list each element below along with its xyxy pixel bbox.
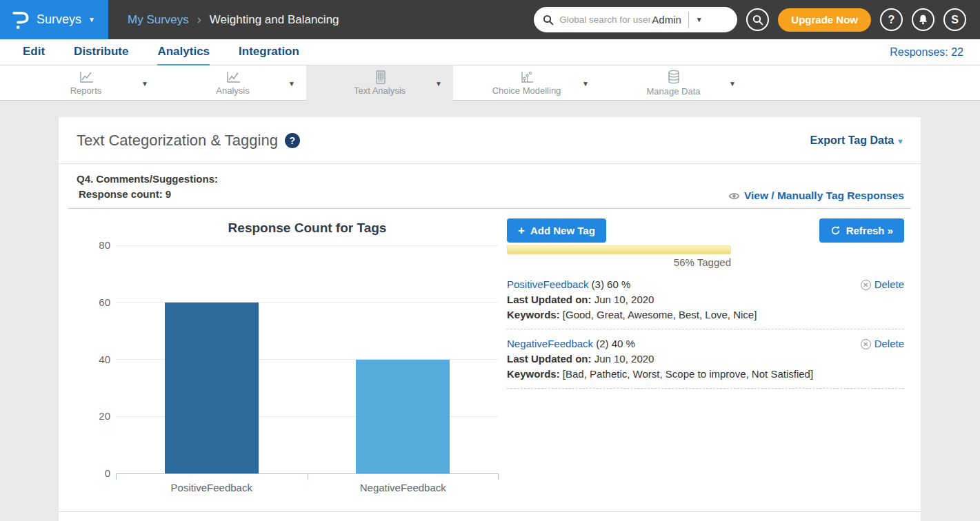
toolbar-item-analysis[interactable]: Analysis ▼ xyxy=(159,65,306,101)
upgrade-now-button[interactable]: Upgrade Now xyxy=(778,8,871,32)
trend-chart-icon xyxy=(225,71,241,84)
question-mark-icon: ? xyxy=(888,14,895,26)
view-manually-tag-link[interactable]: View / Manually Tag Responses xyxy=(728,190,904,202)
chevron-down-icon: ▼ xyxy=(897,137,904,145)
section-divider xyxy=(59,511,921,512)
breadcrumb-my-surveys[interactable]: My Surveys xyxy=(128,13,189,27)
updated-value: Jun 10, 2020 xyxy=(592,353,654,365)
toolbar-item-label: Manage Data xyxy=(646,86,700,96)
tag-updated-row: Last Updated on: Jun 10, 2020 xyxy=(507,351,904,367)
line-chart-icon xyxy=(78,71,94,84)
chart-bar-PositiveFeedback[interactable] xyxy=(165,303,259,473)
toolbar-item-text-analysis[interactable]: Text Analysis ▼ xyxy=(306,65,453,101)
y-tick-label: 20 xyxy=(99,410,110,422)
eye-icon xyxy=(728,192,740,201)
chart-title: Response Count for Tags xyxy=(116,216,499,236)
chevron-down-icon[interactable]: ▼ xyxy=(582,79,589,87)
question-header: Q4. Comments/Suggestions: Response count… xyxy=(68,164,911,209)
product-switcher[interactable]: Surveys ▼ xyxy=(0,0,108,39)
help-button[interactable]: ? xyxy=(880,8,903,31)
tag-name-link[interactable]: PositiveFeedback xyxy=(507,278,588,290)
bell-icon xyxy=(917,14,929,25)
breadcrumb: My Surveys › Weighting and Balancing xyxy=(128,12,339,27)
dashed-divider xyxy=(507,329,904,329)
circled-x-icon: ✕ xyxy=(861,280,871,290)
chevron-down-icon[interactable]: ▼ xyxy=(435,79,442,87)
questionpro-logo-icon xyxy=(11,8,30,32)
chart-bar-NegativeFeedback[interactable] xyxy=(356,360,450,474)
delete-label: Delete xyxy=(874,336,904,351)
account-avatar[interactable]: S xyxy=(943,8,966,31)
updated-label: Last Updated on: xyxy=(507,353,592,365)
chevron-down-icon[interactable]: ▼ xyxy=(141,79,148,87)
chevron-down-icon[interactable]: ▼ xyxy=(729,79,736,87)
breadcrumb-current-survey: Weighting and Balancing xyxy=(210,13,339,27)
plus-icon: + xyxy=(518,224,525,238)
tab-analytics[interactable]: Analytics xyxy=(157,39,210,65)
tag-entry-header: NegativeFeedback (2) 40 % ✕ Delete xyxy=(507,336,904,351)
tab-distribute[interactable]: Distribute xyxy=(74,39,128,65)
tag-entry: NegativeFeedback (2) 40 % ✕ Delete Last … xyxy=(507,336,904,382)
x-category-label: NegativeFeedback xyxy=(308,482,499,493)
export-tag-data-button[interactable]: Export Tag Data▼ xyxy=(810,134,904,147)
search-scope-value[interactable]: Admin xyxy=(652,14,681,25)
keywords-label: Keywords: xyxy=(507,309,560,320)
panel-content: Response Count for Tags 020406080 Positi… xyxy=(59,209,921,505)
panel-header: Text Categorization & Tagging ? Export T… xyxy=(59,117,921,164)
toolbar-item-label: Choice Modelling xyxy=(492,85,561,96)
tag-keywords-row: Keywords: [Good, Great, Awesome, Best, L… xyxy=(507,307,904,323)
x-axis-tick xyxy=(116,473,117,480)
keywords-value: [Good, Great, Awesome, Best, Love, Nice] xyxy=(560,309,757,320)
scatter-chart-icon xyxy=(519,70,535,84)
notifications-button[interactable] xyxy=(912,8,934,31)
y-tick-label: 60 xyxy=(99,296,110,308)
search-button[interactable] xyxy=(746,8,769,31)
toolbar-item-label: Reports xyxy=(70,85,102,96)
global-search-input[interactable] xyxy=(559,14,650,25)
toolbar-item-label: Analysis xyxy=(216,85,249,96)
text-report-icon xyxy=(372,70,388,84)
responses-count[interactable]: Responses: 22 xyxy=(890,46,963,59)
tag-entry: PositiveFeedback (3) 60 % ✕ Delete Last … xyxy=(507,277,904,323)
toolbar-item-manage-data[interactable]: Manage Data ▼ xyxy=(600,65,747,101)
toolbar-item-choice-modelling[interactable]: Choice Modelling ▼ xyxy=(453,65,600,101)
tab-edit[interactable]: Edit xyxy=(23,39,45,65)
dashed-divider xyxy=(507,388,904,389)
circled-x-icon: ✕ xyxy=(861,339,871,349)
grid-line xyxy=(116,245,499,246)
analytics-toolbar: Reports ▼ Analysis ▼ Text Analysis ▼ xyxy=(0,65,980,101)
delete-tag-button[interactable]: ✕ Delete xyxy=(861,336,904,351)
search-scope-dropdown[interactable]: ▼ xyxy=(689,16,710,23)
keywords-value: [Bad, Pathetic, Worst, Scope to improve,… xyxy=(560,368,813,380)
tab-integration[interactable]: Integration xyxy=(239,39,299,65)
question-title: Q4. Comments/Suggestions: xyxy=(77,172,218,187)
refresh-button[interactable]: Refresh » xyxy=(819,218,904,243)
y-tick-label: 40 xyxy=(99,354,110,365)
help-icon[interactable]: ? xyxy=(285,133,300,148)
toolbar-item-reports[interactable]: Reports ▼ xyxy=(12,65,159,101)
tag-list: PositiveFeedback (3) 60 % ✕ Delete Last … xyxy=(507,277,904,389)
chevron-down-icon[interactable]: ▼ xyxy=(288,79,295,87)
survey-nav: Edit Distribute Analytics Integration Re… xyxy=(0,39,980,65)
product-name: Surveys xyxy=(37,12,81,27)
text-categorization-panel: Text Categorization & Tagging ? Export T… xyxy=(59,117,921,521)
chevron-down-icon: ▼ xyxy=(88,16,95,23)
tag-count-percent: (2) 40 % xyxy=(596,338,635,349)
avatar-initial: S xyxy=(951,14,959,26)
add-new-tag-label: Add New Tag xyxy=(530,225,595,236)
toolbar-item-label: Text Analysis xyxy=(354,85,406,96)
tag-entry-header: PositiveFeedback (3) 60 % ✕ Delete xyxy=(507,277,904,292)
page-title: Text Categorization & Tagging xyxy=(77,132,278,150)
tagged-progress-bar xyxy=(507,245,731,254)
y-tick-label: 0 xyxy=(105,467,110,479)
add-new-tag-button[interactable]: + Add New Tag xyxy=(507,218,606,243)
tag-name-link[interactable]: NegativeFeedback xyxy=(507,338,593,349)
response-count: Response count: 9 xyxy=(77,187,218,202)
delete-tag-button[interactable]: ✕ Delete xyxy=(861,277,904,292)
tagged-progress-fill xyxy=(508,246,730,254)
keywords-label: Keywords: xyxy=(507,368,560,380)
export-tag-data-label: Export Tag Data xyxy=(810,134,894,146)
x-axis-tick xyxy=(308,473,308,480)
response-count-chart: Response Count for Tags 020406080 Positi… xyxy=(79,216,528,505)
x-axis-tick xyxy=(498,473,499,480)
